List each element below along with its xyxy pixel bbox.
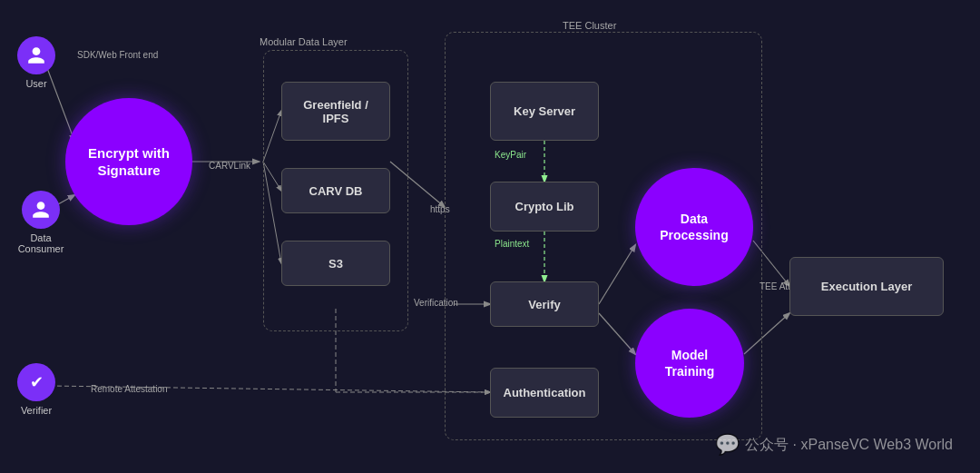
architecture-diagram: User SDK/Web Front end DataConsumer ✔ Ve… — [0, 0, 980, 473]
data-consumer-icon — [22, 191, 60, 229]
greenfield-label: Greenfield / IPFS — [303, 98, 368, 125]
encrypt-circle: Encrypt with Signature — [65, 98, 192, 225]
carvlink-label: CARVLink — [209, 161, 250, 171]
modular-data-layer-label: Modular Data Layer — [260, 36, 348, 47]
verification-label: Verification — [414, 298, 458, 308]
remote-attestation-label: Remote Attestation — [91, 384, 168, 394]
key-server-node: Key Server — [490, 82, 599, 141]
user-node: User — [9, 36, 64, 89]
data-processing-label: Data Processing — [660, 211, 728, 243]
watermark: 💬 公众号 · xPanseVC Web3 World — [715, 433, 953, 457]
user-icon — [17, 36, 55, 74]
carv-db-node: CARV DB — [281, 168, 390, 213]
verify-label: Verify — [528, 298, 560, 311]
crypto-lib-node: Crypto Lib — [490, 182, 599, 232]
crypto-lib-label: Crypto Lib — [515, 200, 574, 213]
verifier-icon: ✔ — [17, 363, 55, 401]
model-training-label: Model Training — [665, 347, 714, 379]
verifier-node: ✔ Verifier — [9, 363, 64, 416]
greenfield-node: Greenfield / IPFS — [281, 82, 390, 141]
tee-cluster-label: TEE Cluster — [563, 20, 616, 31]
verify-node: Verify — [490, 281, 599, 327]
authentication-node: Authentication — [490, 368, 599, 418]
wechat-icon: 💬 — [715, 433, 740, 457]
keypair-label: KeyPair — [495, 150, 526, 160]
execution-layer-node: Execution Layer — [789, 257, 944, 316]
s3-label: S3 — [328, 257, 343, 271]
encrypt-label: Encrypt with Signature — [88, 144, 170, 180]
user-label: User — [9, 78, 64, 89]
s3-node: S3 — [281, 241, 390, 286]
watermark-text: 公众号 · xPanseVC Web3 World — [745, 436, 953, 455]
data-consumer-label: DataConsumer — [9, 232, 73, 254]
verifier-label: Verifier — [9, 405, 64, 416]
key-server-label: Key Server — [514, 104, 575, 118]
sdk-label: SDK/Web Front end — [77, 50, 158, 60]
https-label: https — [430, 204, 450, 214]
authentication-label: Authentication — [504, 386, 586, 399]
execution-layer-label: Execution Layer — [821, 280, 912, 293]
model-training-node: Model Training — [635, 309, 744, 418]
data-consumer-node: DataConsumer — [9, 191, 73, 254]
plaintext-label: Plaintext — [495, 239, 529, 249]
carv-db-label: CARV DB — [309, 184, 363, 198]
data-processing-node: Data Processing — [635, 168, 753, 286]
